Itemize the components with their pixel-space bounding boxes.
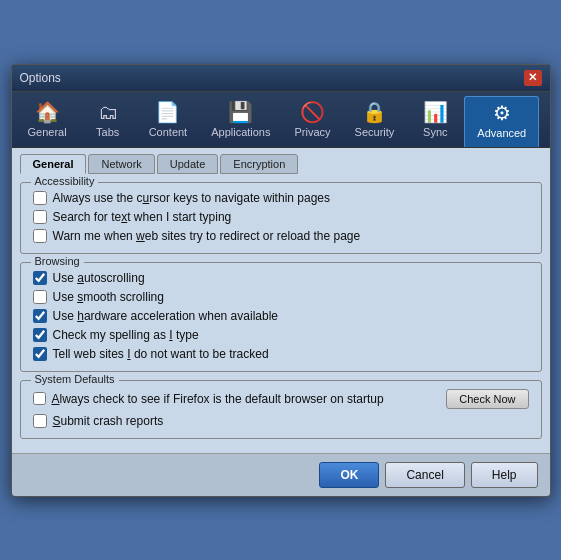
cursor-keys-row: Always use the cursor keys to navigate w…	[33, 191, 529, 205]
hardware-accel-checkbox[interactable]	[33, 309, 47, 323]
autoscrolling-row: Use autoscrolling	[33, 271, 529, 285]
hardware-accel-label: Use hardware acceleration when available	[53, 309, 279, 323]
titlebar: Options ✕	[12, 65, 550, 92]
browsing-title: Browsing	[31, 255, 84, 267]
sync-icon: 📊	[423, 102, 448, 122]
toolbar-sync-label: Sync	[423, 126, 447, 138]
system-defaults-title: System Defaults	[31, 373, 119, 385]
system-defaults-section: System Defaults Always check to see if F…	[20, 380, 542, 439]
accessibility-section: Accessibility Always use the cursor keys…	[20, 182, 542, 254]
subtab-general[interactable]: General	[20, 154, 87, 174]
cancel-button[interactable]: Cancel	[385, 462, 464, 488]
footer: OK Cancel Help	[12, 453, 550, 496]
toolbar-sync[interactable]: 📊 Sync	[406, 96, 464, 147]
search-text-row: Search for text when I start typing	[33, 210, 529, 224]
subtab-encryption[interactable]: Encryption	[220, 154, 298, 174]
advanced-icon: ⚙	[493, 103, 511, 123]
cursor-keys-checkbox[interactable]	[33, 191, 47, 205]
check-now-button[interactable]: Check Now	[446, 389, 528, 409]
spell-check-label: Check my spelling as I type	[53, 328, 199, 342]
toolbar-general[interactable]: 🏠 General	[16, 96, 79, 147]
smooth-scrolling-checkbox[interactable]	[33, 290, 47, 304]
check-default-label: Always check to see if Firefox is the de…	[52, 392, 384, 406]
content-icon: 📄	[155, 102, 180, 122]
general-icon: 🏠	[35, 102, 60, 122]
warn-redirect-checkbox[interactable]	[33, 229, 47, 243]
autoscrolling-checkbox[interactable]	[33, 271, 47, 285]
autoscrolling-label: Use autoscrolling	[53, 271, 145, 285]
toolbar-general-label: General	[28, 126, 67, 138]
ok-button[interactable]: OK	[319, 462, 379, 488]
toolbar-security-label: Security	[355, 126, 395, 138]
accessibility-title: Accessibility	[31, 175, 99, 187]
toolbar-advanced-label: Advanced	[477, 127, 526, 139]
content-area: General Network Update Encryption Access…	[12, 148, 550, 453]
close-button[interactable]: ✕	[524, 70, 542, 86]
toolbar-privacy-label: Privacy	[295, 126, 331, 138]
options-window: Options ✕ 🏠 General 🗂 Tabs 📄 Content 💾 A…	[11, 64, 551, 497]
smooth-scrolling-row: Use smooth scrolling	[33, 290, 529, 304]
crash-reports-checkbox[interactable]	[33, 414, 47, 428]
browsing-section: Browsing Use autoscrolling Use smooth sc…	[20, 262, 542, 372]
no-track-row: Tell web sites I do not want to be track…	[33, 347, 529, 361]
hardware-accel-row: Use hardware acceleration when available	[33, 309, 529, 323]
toolbar-advanced[interactable]: ⚙ Advanced	[464, 96, 539, 147]
warn-redirect-row: Warn me when web sites try to redirect o…	[33, 229, 529, 243]
crash-reports-row: Submit crash reports	[33, 414, 529, 428]
toolbar-tabs-label: Tabs	[96, 126, 119, 138]
toolbar-security[interactable]: 🔒 Security	[343, 96, 407, 147]
no-track-checkbox[interactable]	[33, 347, 47, 361]
subtabs: General Network Update Encryption	[20, 154, 542, 174]
toolbar-content[interactable]: 📄 Content	[137, 96, 200, 147]
subtab-network[interactable]: Network	[88, 154, 154, 174]
toolbar-tabs[interactable]: 🗂 Tabs	[79, 96, 137, 147]
no-track-label: Tell web sites I do not want to be track…	[53, 347, 269, 361]
toolbar-content-label: Content	[149, 126, 188, 138]
help-button[interactable]: Help	[471, 462, 538, 488]
window-title: Options	[20, 71, 61, 85]
cursor-keys-label: Always use the cursor keys to navigate w…	[53, 191, 331, 205]
search-text-checkbox[interactable]	[33, 210, 47, 224]
applications-icon: 💾	[228, 102, 253, 122]
check-default-row: Always check to see if Firefox is the de…	[33, 389, 529, 409]
spell-check-checkbox[interactable]	[33, 328, 47, 342]
crash-reports-label: Submit crash reports	[53, 414, 164, 428]
toolbar-applications-label: Applications	[211, 126, 270, 138]
search-text-label: Search for text when I start typing	[53, 210, 232, 224]
subtab-update[interactable]: Update	[157, 154, 218, 174]
spell-check-row: Check my spelling as I type	[33, 328, 529, 342]
security-icon: 🔒	[362, 102, 387, 122]
warn-redirect-label: Warn me when web sites try to redirect o…	[53, 229, 361, 243]
smooth-scrolling-label: Use smooth scrolling	[53, 290, 164, 304]
toolbar-applications[interactable]: 💾 Applications	[199, 96, 282, 147]
toolbar-privacy[interactable]: 🚫 Privacy	[283, 96, 343, 147]
tabs-icon: 🗂	[98, 102, 118, 122]
check-default-checkbox[interactable]	[33, 392, 46, 405]
toolbar: 🏠 General 🗂 Tabs 📄 Content 💾 Application…	[12, 92, 550, 148]
privacy-icon: 🚫	[300, 102, 325, 122]
